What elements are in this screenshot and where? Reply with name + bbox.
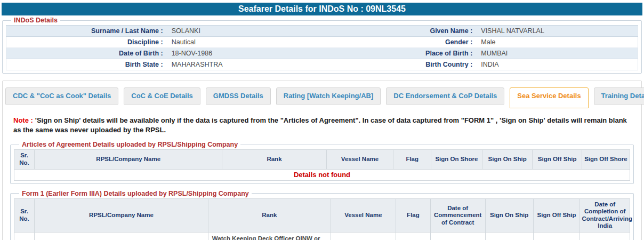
empty-row: Details not found <box>14 169 630 180</box>
tab[interactable]: Training Details <box>594 87 644 105</box>
column-header: RPSL/Company Name <box>35 150 222 169</box>
column-header: Vessel Name <box>331 198 396 232</box>
table-row: 1.AURUM MARINE MANAGEMENT SERVICES PVT L… <box>14 233 630 240</box>
field-label: Surname / Last Name : <box>6 26 167 37</box>
field-label: Birth State : <box>6 59 167 70</box>
field-label: Discipline : <box>6 37 167 48</box>
indos-detail-row: Surname / Last Name : SOLANKI Given Name… <box>6 26 638 37</box>
column-header: Sign Off Ship <box>533 150 582 169</box>
tab[interactable]: Sea Service Details <box>510 87 588 108</box>
tab[interactable]: CDC & "CoC as Cook" Details <box>5 87 118 105</box>
field-value: SOLANKI <box>167 26 335 37</box>
tab-label: Rating [Watch Keeping/AB] <box>284 92 374 100</box>
column-header: Date of Commencement of Contract <box>430 198 485 232</box>
column-header: Sign On Ship <box>482 150 533 169</box>
tab-label: GMDSS Details <box>213 92 263 100</box>
articles-of-agreement-section: Articles of Agreement Details uploaded b… <box>10 141 634 183</box>
tab[interactable]: Rating [Watch Keeping/AB] <box>276 87 381 105</box>
field-value: INDIA <box>477 59 638 70</box>
field-value: Male <box>477 37 638 48</box>
field-value: MAHARASHTRA <box>167 59 335 70</box>
note: Note :'Sign on Ship' details will be ava… <box>13 116 631 135</box>
column-header: Rank <box>222 150 326 169</box>
tab-label: CDC & "CoC as Cook" Details <box>13 92 111 100</box>
field-label: Birth Country : <box>335 59 477 70</box>
table-cell <box>533 233 580 240</box>
indos-details-section: INDoS Details Surname / Last Name : SOLA… <box>2 17 642 74</box>
indos-detail-row: Discipline : Nautical Gender : Male <box>6 37 638 48</box>
field-label: Given Name : <box>335 26 477 37</box>
tab-label: Sea Service Details <box>517 92 581 100</box>
articles-of-agreement-legend: Articles of Agreement Details uploaded b… <box>19 141 240 148</box>
column-header: Sign On Shore <box>431 150 482 169</box>
field-label: Date of Birth : <box>6 48 167 59</box>
column-header: Sign Off Shore <box>582 150 630 169</box>
indos-details-legend: INDoS Details <box>11 17 60 24</box>
column-header: Vessel Name <box>326 150 393 169</box>
page-title: Seafarer Details for INDoS No : 09NL3545 <box>2 3 642 15</box>
table-cell: 29-NOV-2019 <box>485 233 533 240</box>
column-header: Sign Off Ship <box>533 198 580 232</box>
field-value: MUMBAI <box>477 48 638 59</box>
table-cell: AURUM MARINE MANAGEMENT SERVICES PVT LTD… <box>35 233 208 240</box>
column-header: Flag <box>396 198 431 232</box>
indos-detail-row: Birth State : MAHARASHTRA Birth Country … <box>6 59 638 70</box>
table-cell: 1. <box>14 233 35 240</box>
tab-label: Training Details <box>601 92 644 100</box>
field-label: Gender : <box>335 37 477 48</box>
tab[interactable]: GMDSS Details <box>206 87 271 105</box>
tab[interactable]: CoC & CoE Details <box>124 87 200 105</box>
field-value: 18-NOV-1986 <box>167 48 335 59</box>
form1-table: Sr. No.RPSL/Company NameRankVessel NameF… <box>14 198 630 240</box>
note-text: 'Sign on Ship' details will be available… <box>13 116 627 134</box>
empty-message: Details not found <box>14 169 630 180</box>
table-cell: 29-NOV-2019 <box>430 233 485 240</box>
form1-section: Form 1 (Earlier Form IIIA) Details uploa… <box>10 190 634 240</box>
column-header: Sign On Ship <box>485 198 533 232</box>
column-header: Rank <box>208 198 331 232</box>
table-cell: REEM 3 <box>331 233 396 240</box>
indos-details-table: Surname / Last Name : SOLANKI Given Name… <box>6 25 638 70</box>
table-cell: FOREIGN <box>396 233 431 240</box>
column-header: Date of Completion of Contract/Arriving … <box>580 198 630 232</box>
tab-strip: CDC & "CoC as Cook" Details CoC & CoE De… <box>3 81 641 108</box>
table-cell: Watch Keeping Deck Officer OINW or Third… <box>208 233 331 240</box>
column-header: Sr. No. <box>14 150 35 169</box>
articles-of-agreement-table: Sr. No.RPSL/Company NameRankVessel NameF… <box>14 149 630 180</box>
form1-legend: Form 1 (Earlier Form IIIA) Details uploa… <box>19 190 252 197</box>
column-header: Flag <box>393 150 431 169</box>
field-value: Nautical <box>167 37 335 48</box>
note-prefix: Note : <box>13 116 33 124</box>
column-header: Sr. No. <box>14 198 35 232</box>
field-label: Place of Birth : <box>335 48 477 59</box>
table-cell <box>580 233 630 240</box>
indos-detail-row: Date of Birth : 18-NOV-1986 Place of Bir… <box>6 48 638 59</box>
tab[interactable]: DC Endorsement & CoP Details <box>386 87 504 105</box>
field-value: VISHAL NATVARLAL <box>477 26 638 37</box>
tab-content-panel: CDC & "CoC as Cook" Details CoC & CoE De… <box>2 81 642 240</box>
column-header: RPSL/Company Name <box>35 198 208 232</box>
tab-label: CoC & CoE Details <box>131 92 193 100</box>
tab-label: DC Endorsement & CoP Details <box>393 92 497 100</box>
